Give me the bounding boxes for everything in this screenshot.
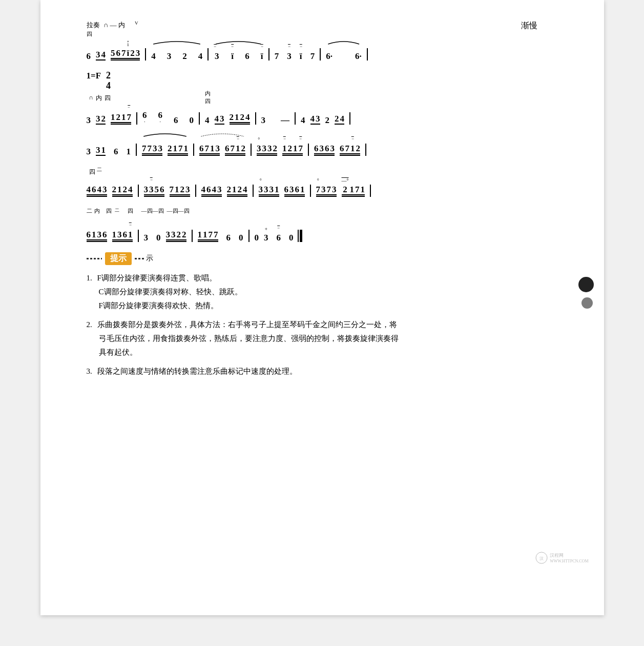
svg-text:汉: 汉: [539, 556, 544, 561]
note-6: 6: [87, 45, 91, 60]
score-row-3: 3 3 1 6 1 7: [87, 137, 568, 156]
note-2a: 2: [182, 45, 187, 60]
hints-text-1a: F调部分旋律要演奏得连贯、歌唱。: [97, 274, 217, 282]
hints-item-2: 2. 乐曲拨奏部分是拨奏外弦，具体方法：右手将弓子上提至琴码千金之间约三分之一处…: [87, 318, 573, 359]
hints-text-2b: 弓毛压住内弦，用食指拨奏外弦，熟练后，要注意力度、强弱的控制，将拨奏旋律演奏得: [99, 334, 399, 342]
hints-num-1: 1.: [87, 274, 92, 282]
barline: [268, 48, 269, 60]
hints-text-1c: F调部分旋律要演奏得欢快、热情。: [99, 301, 218, 310]
hints-num-2: 2.: [87, 320, 92, 329]
key-time-sig: 1=F 2 4: [87, 71, 568, 91]
hints-item-3: 3. 段落之间速度与情绪的转换需注意乐曲标记中速度的处理。: [87, 365, 573, 378]
watermark-text: 汉程网: [550, 552, 588, 559]
header-left: 拉奏 ∩ — 内 V四: [87, 21, 138, 38]
watermark: 汉 汉程网 WWW.HTTPCN.COM: [535, 552, 588, 564]
note-3a: 3: [167, 45, 172, 60]
ann-si: 四: [105, 94, 111, 103]
row2-annotations: ∩ 内 四: [89, 94, 568, 103]
score-row-2: 3 3 2 1 2 1 ⁻7 6·: [87, 104, 568, 125]
ann-si-er: 四: [89, 168, 95, 175]
barline: [145, 48, 146, 60]
hints-text-2: 乐曲拨奏部分是拨奏外弦，具体方法：右手将弓子上提至琴码千金之间约三分之一处，将: [97, 320, 397, 329]
key-label: 1=F: [87, 71, 101, 81]
header-right: 渐慢: [521, 21, 537, 38]
hints-title: 提示 示: [87, 252, 573, 265]
final-barline: [298, 230, 302, 242]
black-blob-decoration: [578, 277, 594, 292]
row4-annotations: 四 二: [89, 166, 568, 176]
hints-num-3: 3.: [87, 367, 92, 375]
barline: [320, 48, 321, 60]
barline: [207, 48, 209, 60]
ann-nei: 内: [96, 94, 102, 103]
hints-item-1: 1. F调部分旋律要演奏得连贯、歌唱。 C调部分旋律要演奏得对称、轻快、跳跃。 …: [87, 271, 573, 313]
hints-text-1b: C调部分旋律要演奏得对称、轻快、跳跃。: [99, 288, 242, 296]
barline: [367, 48, 368, 60]
hints-badge: 提示: [105, 252, 132, 265]
bow-marks: ∩ — 内: [103, 21, 125, 29]
section-header-row: 拉奏 ∩ — 内 V四 渐慢: [87, 21, 568, 38]
hints-text-2c: 具有起伏。: [99, 348, 137, 356]
watermark-url: WWW.HTTPCN.COM: [550, 559, 588, 563]
watermark-logo: 汉: [535, 552, 548, 564]
group-567i23: 5 6 7 iï 2 3: [111, 42, 140, 60]
ann-bow-cap: ∩: [89, 94, 94, 103]
blob-small: [581, 297, 593, 309]
time-signature: 2 4: [106, 71, 111, 91]
row5-annotations: 二 内 四 二 四 —四—四 —四—四: [87, 207, 568, 221]
note-4a: 4: [151, 45, 156, 60]
group-34: 3 4: [96, 44, 106, 60]
score-row-1: 6 3 4 5 6 7 iï 2 3: [87, 42, 568, 60]
score-row-5: 6 1 3 6 1 3 6 ⁻1 3: [87, 223, 568, 242]
hints-text-3: 段落之间速度与情绪的转换需注意乐曲标记中速度的处理。: [97, 367, 297, 375]
score-row-4: 4 6 4 3 2 1 2 4: [87, 178, 568, 197]
note-4b: 4: [198, 45, 203, 60]
hints-section: 提示 示 1. F调部分旋律要演奏得连贯、歌唱。 C调部分旋律要演奏得对称、轻快…: [81, 252, 573, 378]
lazu-label: 拉奏: [87, 21, 100, 29]
page: 拉奏 ∩ — 内 V四 渐慢 6 3 4: [40, 0, 604, 615]
inner-ann-nei4: 内四: [205, 90, 211, 105]
